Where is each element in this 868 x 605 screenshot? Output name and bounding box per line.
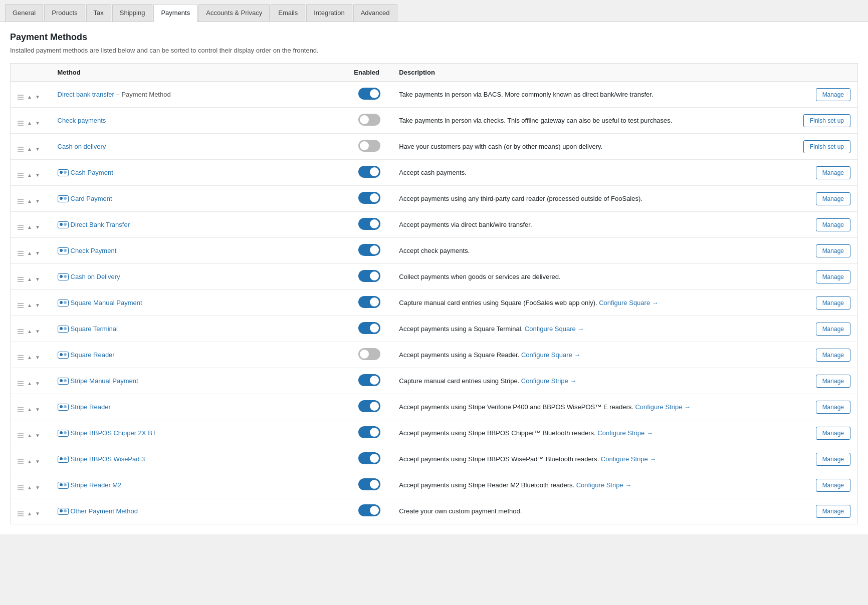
method-name-link[interactable]: Cash Payment	[71, 169, 113, 176]
drag-handle[interactable]: ▲ ▼	[18, 407, 41, 412]
move-down-button[interactable]: ▼	[35, 459, 41, 464]
action-button[interactable]: Manage	[816, 401, 850, 414]
action-button[interactable]: Finish set up	[803, 140, 850, 153]
drag-handle[interactable]: ▲ ▼	[18, 277, 41, 282]
move-up-button[interactable]: ▲	[27, 199, 33, 204]
move-up-button[interactable]: ▲	[27, 225, 33, 230]
tab-tax[interactable]: Tax	[86, 4, 111, 22]
tab-accounts-privacy[interactable]: Accounts & Privacy	[198, 4, 270, 22]
action-button[interactable]: Manage	[816, 349, 850, 362]
move-down-button[interactable]: ▼	[35, 121, 41, 126]
move-up-button[interactable]: ▲	[27, 459, 33, 464]
action-button[interactable]: Manage	[816, 166, 850, 179]
tab-integration[interactable]: Integration	[306, 4, 352, 22]
configure-link[interactable]: Configure Stripe →	[521, 377, 577, 385]
move-down-button[interactable]: ▼	[35, 225, 41, 230]
action-button[interactable]: Manage	[816, 218, 850, 231]
toggle-switch[interactable]	[358, 504, 380, 516]
toggle-switch[interactable]	[358, 374, 380, 386]
drag-handle[interactable]: ▲ ▼	[18, 459, 41, 464]
move-up-button[interactable]: ▲	[27, 485, 33, 490]
configure-link[interactable]: Configure Stripe →	[635, 403, 691, 411]
drag-handle[interactable]: ▲ ▼	[18, 173, 41, 178]
toggle-switch[interactable]	[358, 114, 380, 126]
toggle-switch[interactable]	[358, 322, 380, 334]
move-up-button[interactable]: ▲	[27, 121, 33, 126]
method-name-link[interactable]: Stripe Reader M2	[71, 481, 122, 489]
method-name-link[interactable]: Card Payment	[71, 195, 112, 202]
method-name-link[interactable]: Cash on Delivery	[71, 273, 120, 280]
method-name-link[interactable]: Other Payment Method	[71, 507, 138, 515]
toggle-switch[interactable]	[358, 244, 380, 256]
move-up-button[interactable]: ▲	[27, 251, 33, 256]
move-down-button[interactable]: ▼	[35, 277, 41, 282]
method-name-link[interactable]: Stripe BBPOS Chipper 2X BT	[71, 429, 156, 437]
method-name-link[interactable]: Direct bank transfer	[58, 91, 114, 98]
move-down-button[interactable]: ▼	[35, 355, 41, 360]
move-down-button[interactable]: ▼	[35, 95, 41, 100]
toggle-switch[interactable]	[358, 478, 380, 490]
move-up-button[interactable]: ▲	[27, 147, 33, 152]
drag-handle[interactable]: ▲ ▼	[18, 485, 41, 490]
action-button[interactable]: Finish set up	[803, 114, 850, 127]
action-button[interactable]: Manage	[816, 479, 850, 492]
move-down-button[interactable]: ▼	[35, 433, 41, 438]
tab-products[interactable]: Products	[44, 4, 85, 22]
toggle-switch[interactable]	[358, 270, 380, 282]
move-down-button[interactable]: ▼	[35, 381, 41, 386]
drag-handle[interactable]: ▲ ▼	[18, 147, 41, 152]
move-up-button[interactable]: ▲	[27, 381, 33, 386]
method-name-link[interactable]: Stripe Reader	[71, 403, 111, 411]
configure-link[interactable]: Configure Stripe →	[576, 481, 632, 489]
move-down-button[interactable]: ▼	[35, 329, 41, 334]
move-down-button[interactable]: ▼	[35, 173, 41, 178]
configure-link[interactable]: Configure Stripe →	[601, 455, 657, 463]
toggle-switch[interactable]	[358, 452, 380, 464]
action-button[interactable]: Manage	[816, 323, 850, 336]
configure-link[interactable]: Configure Square →	[521, 351, 581, 359]
drag-handle[interactable]: ▲ ▼	[18, 511, 41, 516]
toggle-switch[interactable]	[358, 166, 380, 178]
move-down-button[interactable]: ▼	[35, 147, 41, 152]
drag-handle[interactable]: ▲ ▼	[18, 95, 41, 100]
move-down-button[interactable]: ▼	[35, 251, 41, 256]
move-down-button[interactable]: ▼	[35, 407, 41, 412]
toggle-switch[interactable]	[358, 296, 380, 308]
drag-handle[interactable]: ▲ ▼	[18, 433, 41, 438]
move-up-button[interactable]: ▲	[27, 511, 33, 516]
action-button[interactable]: Manage	[816, 375, 850, 388]
toggle-switch[interactable]	[358, 218, 380, 230]
move-down-button[interactable]: ▼	[35, 485, 41, 490]
drag-handle[interactable]: ▲ ▼	[18, 329, 41, 334]
move-down-button[interactable]: ▼	[35, 511, 41, 516]
method-name-link[interactable]: Check Payment	[71, 247, 117, 254]
toggle-switch[interactable]	[358, 348, 380, 360]
tab-general[interactable]: General	[5, 4, 43, 22]
move-up-button[interactable]: ▲	[27, 355, 33, 360]
drag-handle[interactable]: ▲ ▼	[18, 225, 41, 230]
method-name-link[interactable]: Stripe BBPOS WisePad 3	[71, 455, 145, 463]
method-name-link[interactable]: Direct Bank Transfer	[71, 221, 130, 228]
configure-link[interactable]: Configure Square →	[599, 299, 659, 307]
action-button[interactable]: Manage	[816, 296, 850, 310]
method-name-link[interactable]: Check payments	[58, 117, 106, 124]
move-up-button[interactable]: ▲	[27, 173, 33, 178]
tab-advanced[interactable]: Advanced	[353, 4, 397, 22]
move-down-button[interactable]: ▼	[35, 199, 41, 204]
tab-emails[interactable]: Emails	[271, 4, 305, 22]
method-name-link[interactable]: Square Terminal	[71, 325, 118, 333]
tab-shipping[interactable]: Shipping	[112, 4, 153, 22]
action-button[interactable]: Manage	[816, 192, 850, 205]
move-down-button[interactable]: ▼	[35, 303, 41, 308]
move-up-button[interactable]: ▲	[27, 329, 33, 334]
toggle-switch[interactable]	[358, 88, 380, 100]
move-up-button[interactable]: ▲	[27, 95, 33, 100]
action-button[interactable]: Manage	[816, 453, 850, 466]
move-up-button[interactable]: ▲	[27, 433, 33, 438]
action-button[interactable]: Manage	[816, 244, 850, 257]
action-button[interactable]: Manage	[816, 88, 850, 101]
method-name-link[interactable]: Square Reader	[71, 351, 115, 359]
method-name-link[interactable]: Stripe Manual Payment	[71, 377, 138, 385]
toggle-switch[interactable]	[358, 400, 380, 412]
method-name-link[interactable]: Cash on delivery	[58, 143, 106, 150]
